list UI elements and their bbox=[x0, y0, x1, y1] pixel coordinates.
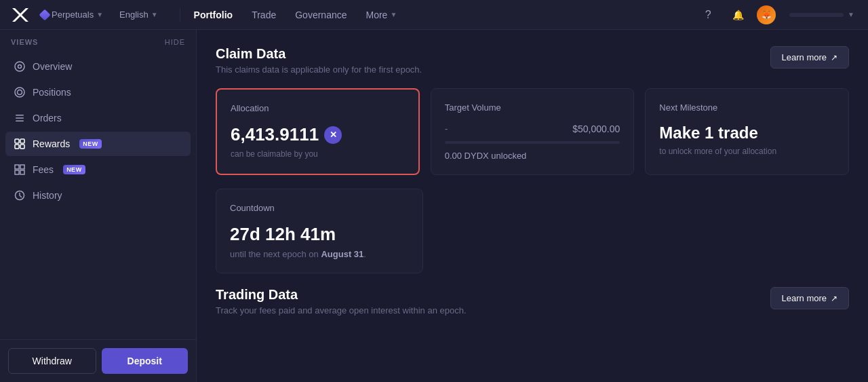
views-label: VIEWS bbox=[11, 38, 38, 46]
trading-data-subtitle: Track your fees paid and average open in… bbox=[216, 305, 467, 316]
trading-data-header: Trading Data Track your fees paid and av… bbox=[216, 287, 849, 316]
cards-row-1: Allocation 6,413.9111 ✕ can be claimable… bbox=[216, 88, 849, 175]
hide-button[interactable]: HIDE bbox=[165, 38, 185, 46]
nav-links: Portfolio Trade Governance More ▼ bbox=[186, 5, 697, 24]
progress-row: - $50,000.00 bbox=[445, 123, 620, 134]
progress-target: $50,000.00 bbox=[572, 123, 620, 134]
user-menu[interactable]: ▼ bbox=[784, 8, 860, 21]
language-chevron-icon: ▼ bbox=[151, 11, 158, 18]
nav-right: ? 🔔 🦊 ▼ bbox=[697, 4, 860, 26]
learn-more-label: Learn more bbox=[782, 52, 827, 62]
fees-icon bbox=[14, 164, 26, 176]
avatar[interactable]: 🦊 bbox=[757, 5, 776, 24]
trading-data-titles: Trading Data Track your fees paid and av… bbox=[216, 287, 467, 316]
rewards-icon bbox=[14, 138, 26, 150]
countdown-value: 27d 12h 41m bbox=[230, 224, 409, 245]
countdown-card: Countdown 27d 12h 41m until the next epo… bbox=[216, 189, 423, 273]
dydx-icon: ✕ bbox=[324, 126, 342, 144]
wallet-address bbox=[789, 13, 844, 17]
trading-learn-more-label: Learn more bbox=[782, 293, 827, 303]
sidebar-item-label: Positions bbox=[33, 87, 71, 98]
sidebar-item-label: Rewards bbox=[33, 138, 70, 149]
logo[interactable] bbox=[8, 4, 30, 26]
sidebar-item-history[interactable]: History bbox=[5, 183, 191, 208]
diamond-icon bbox=[39, 9, 51, 20]
sidebar-footer: Withdraw Deposit bbox=[0, 339, 196, 382]
svg-rect-13 bbox=[15, 170, 19, 174]
svg-rect-14 bbox=[20, 170, 24, 174]
sidebar-item-overview[interactable]: Overview bbox=[5, 54, 191, 79]
svg-rect-12 bbox=[20, 165, 24, 169]
svg-rect-6 bbox=[16, 121, 24, 122]
claim-data-header: Claim Data This claims data is applicabl… bbox=[216, 46, 849, 75]
avatar-emoji: 🦊 bbox=[762, 10, 772, 20]
bell-icon: 🔔 bbox=[732, 9, 744, 20]
help-button[interactable]: ? bbox=[697, 4, 719, 26]
perpetuals-chevron-icon: ▼ bbox=[96, 11, 103, 18]
milestone-label: Next Milestone bbox=[659, 102, 835, 113]
claim-data-titles: Claim Data This claims data is applicabl… bbox=[216, 46, 422, 75]
perpetuals-dropdown[interactable]: Perpetuals ▼ bbox=[35, 7, 108, 22]
topnav: Perpetuals ▼ English ▼ Portfolio Trade G… bbox=[0, 0, 868, 30]
orders-icon bbox=[14, 112, 26, 124]
rewards-badge: NEW bbox=[79, 139, 102, 149]
nav-trade[interactable]: Trade bbox=[243, 5, 284, 24]
svg-rect-9 bbox=[15, 145, 19, 149]
language-selector[interactable]: English ▼ bbox=[114, 7, 163, 22]
countdown-date: August 31 bbox=[321, 249, 363, 259]
allocation-sublabel: can be claimable by you bbox=[231, 149, 405, 159]
user-chevron-icon: ▼ bbox=[848, 11, 854, 18]
trading-data-title: Trading Data bbox=[216, 287, 467, 303]
sidebar: VIEWS HIDE Overview bbox=[0, 30, 197, 382]
milestone-sublabel: to unlock more of your allocation bbox=[659, 147, 835, 156]
svg-point-2 bbox=[15, 88, 24, 97]
svg-rect-7 bbox=[15, 139, 19, 143]
sidebar-item-label: Overview bbox=[33, 61, 72, 72]
claim-learn-more-button[interactable]: Learn more ↗ bbox=[770, 46, 849, 69]
sidebar-item-label: Fees bbox=[33, 164, 54, 175]
unlocked-label: 0.00 DYDX unlocked bbox=[445, 151, 620, 161]
allocation-label: Allocation bbox=[231, 103, 405, 113]
perpetuals-label: Perpetuals bbox=[52, 9, 94, 20]
nav-more[interactable]: More ▼ bbox=[358, 5, 406, 24]
sidebar-item-rewards[interactable]: Rewards NEW bbox=[5, 132, 191, 156]
cards-row-2: Countdown 27d 12h 41m until the next epo… bbox=[216, 189, 849, 273]
sidebar-item-positions[interactable]: Positions bbox=[5, 80, 191, 104]
claim-data-subtitle: This claims data is applicable only for … bbox=[216, 64, 422, 75]
notifications-button[interactable]: 🔔 bbox=[727, 4, 749, 26]
sidebar-item-label: History bbox=[33, 190, 62, 201]
sidebar-item-fees[interactable]: Fees NEW bbox=[5, 157, 191, 182]
main-layout: VIEWS HIDE Overview bbox=[0, 30, 868, 382]
svg-rect-11 bbox=[15, 165, 19, 169]
language-label: English bbox=[119, 9, 149, 20]
countdown-label: Countdown bbox=[230, 203, 409, 213]
countdown-sublabel: until the next epoch on August 31. bbox=[230, 249, 409, 259]
fees-badge: NEW bbox=[63, 165, 85, 174]
allocation-value-row: 6,413.9111 ✕ bbox=[231, 124, 405, 145]
nav-governance[interactable]: Governance bbox=[287, 5, 355, 24]
more-chevron-icon: ▼ bbox=[390, 11, 397, 18]
nav-divider bbox=[180, 8, 180, 22]
svg-rect-4 bbox=[16, 115, 24, 116]
withdraw-button[interactable]: Withdraw bbox=[8, 348, 96, 374]
deposit-button[interactable]: Deposit bbox=[102, 348, 189, 374]
overview-icon bbox=[14, 60, 26, 73]
history-icon bbox=[14, 189, 26, 202]
positions-icon bbox=[14, 86, 26, 98]
milestone-value: Make 1 trade bbox=[659, 123, 835, 142]
sidebar-header: VIEWS HIDE bbox=[0, 30, 196, 52]
svg-rect-10 bbox=[20, 145, 24, 149]
svg-point-3 bbox=[18, 90, 22, 95]
trading-learn-more-button[interactable]: Learn more ↗ bbox=[770, 287, 849, 309]
nav-portfolio[interactable]: Portfolio bbox=[186, 5, 241, 24]
svg-point-1 bbox=[18, 65, 22, 69]
allocation-value: 6,413.9111 bbox=[231, 124, 319, 145]
allocation-card: Allocation 6,413.9111 ✕ can be claimable… bbox=[216, 88, 420, 175]
next-milestone-card: Next Milestone Make 1 trade to unlock mo… bbox=[645, 88, 849, 175]
main-content: Claim Data This claims data is applicabl… bbox=[197, 30, 868, 382]
target-volume-card: Target Volume - $50,000.00 0.00 DYDX unl… bbox=[431, 88, 635, 175]
progress-bar-bg bbox=[445, 141, 620, 144]
sidebar-item-orders[interactable]: Orders bbox=[5, 106, 191, 130]
sidebar-item-label: Orders bbox=[33, 113, 62, 123]
help-icon: ? bbox=[705, 9, 711, 21]
